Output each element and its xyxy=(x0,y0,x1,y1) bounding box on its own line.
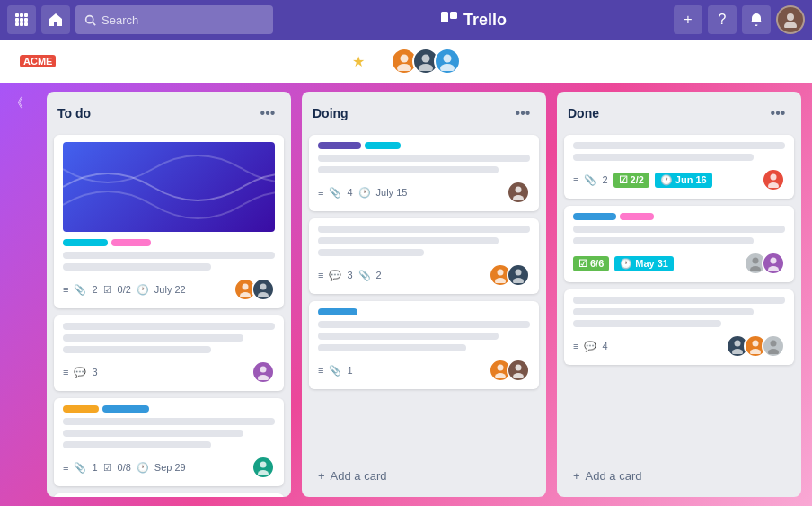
card-text-line xyxy=(63,323,275,330)
card-footer: ≡ 📎 1 ☑ 0/8 🕐 Sep 29 xyxy=(63,456,275,479)
notifications-button[interactable] xyxy=(742,5,771,34)
apps-button[interactable] xyxy=(7,5,36,34)
list-todo-header: To do ••• xyxy=(47,92,291,131)
card-avatars xyxy=(234,278,275,301)
comment-icon: 💬 xyxy=(74,367,86,378)
svg-point-47 xyxy=(771,258,777,264)
attach-icon: 📎 xyxy=(329,365,341,377)
add-card-done-button[interactable]: + Add a card xyxy=(564,462,794,490)
card-doing-1[interactable]: ≡ 📎 4 🕐 July 15 xyxy=(309,135,539,211)
card-tags xyxy=(573,213,785,220)
menu-icon: ≡ xyxy=(318,365,323,376)
svg-point-34 xyxy=(513,195,524,200)
tag xyxy=(318,142,361,149)
svg-rect-3 xyxy=(15,18,19,22)
members-count-badge[interactable]: +12 xyxy=(470,51,502,71)
comment-count: 3 xyxy=(92,367,97,377)
home-button[interactable] xyxy=(41,5,70,34)
card-avatar xyxy=(762,252,785,275)
menu-icon: ≡ xyxy=(573,341,578,351)
card-avatars xyxy=(507,181,530,204)
card-done-1[interactable]: ≡ 📎 2 ☑ 2/2 🕐 Jun 16 xyxy=(564,135,794,199)
card-avatars xyxy=(744,252,785,275)
card-text-line xyxy=(63,346,211,353)
tag xyxy=(620,213,654,220)
svg-point-24 xyxy=(440,64,455,71)
card-footer: ≡ 💬 4 xyxy=(573,334,785,358)
menu-icon: ≡ xyxy=(63,462,68,473)
svg-point-13 xyxy=(787,13,794,21)
add-button[interactable]: + xyxy=(674,5,702,34)
card-avatars xyxy=(762,168,785,191)
svg-point-42 xyxy=(513,373,524,378)
top-nav: Search Trello + ? xyxy=(0,0,812,40)
card-doing-3[interactable]: ≡ 📎 1 xyxy=(309,301,539,389)
card-text-line xyxy=(573,320,721,327)
card-todo-1[interactable]: ≡ 📎 2 ☑ 0/2 🕐 July 22 xyxy=(54,135,284,308)
clock-date: Sep 29 xyxy=(154,462,186,473)
card-text-line xyxy=(63,418,275,425)
svg-point-46 xyxy=(750,266,761,271)
card-done-3[interactable]: ≡ 💬 4 xyxy=(564,289,794,365)
card-todo-2[interactable]: ≡ 💬 3 xyxy=(54,315,284,391)
member-avatar-3[interactable] xyxy=(434,48,461,75)
comment-icon: 💬 xyxy=(329,270,341,281)
svg-point-52 xyxy=(750,349,761,354)
sidebar-toggle[interactable]: 《 xyxy=(11,92,36,497)
board-more-button[interactable]: ••• xyxy=(768,48,801,75)
card-text-line xyxy=(63,334,243,342)
card-avatar xyxy=(762,168,785,191)
search-bar[interactable]: Search xyxy=(75,5,273,34)
attach-count: 1 xyxy=(92,462,97,473)
user-avatar[interactable] xyxy=(776,5,805,34)
card-text-line xyxy=(318,249,424,256)
card-todo-3[interactable]: ≡ 📎 1 ☑ 0/8 🕐 Sep 29 xyxy=(54,398,284,486)
card-done-2[interactable]: ☑ 6/6 🕐 May 31 xyxy=(564,206,794,282)
menu-icon: ≡ xyxy=(318,270,323,280)
add-card-doing-button[interactable]: + Add a card xyxy=(309,462,539,490)
card-doing-2[interactable]: ≡ 💬 3 📎 2 xyxy=(309,218,539,294)
card-text-line xyxy=(318,226,530,233)
card-todo-4[interactable] xyxy=(54,493,284,497)
svg-point-32 xyxy=(258,470,269,475)
svg-point-26 xyxy=(240,292,251,297)
list-todo: To do ••• ≡ 📎 2 ☑ 0/2 xyxy=(47,92,291,497)
svg-rect-2 xyxy=(24,13,28,17)
list-todo-cards: ≡ 📎 2 ☑ 0/2 🕐 July 22 xyxy=(47,131,291,497)
card-tags xyxy=(318,308,530,315)
svg-point-48 xyxy=(768,266,779,271)
check-icon: ☑ xyxy=(103,462,112,474)
tag xyxy=(102,405,149,413)
card-avatars xyxy=(489,263,530,287)
list-done-more[interactable]: ••• xyxy=(765,101,790,126)
list-todo-more[interactable]: ••• xyxy=(255,101,280,126)
card-text-line xyxy=(318,166,499,173)
svg-point-14 xyxy=(784,22,797,28)
svg-rect-17 xyxy=(147,62,153,67)
help-button[interactable]: ? xyxy=(708,5,737,34)
attach-icon: 📎 xyxy=(74,284,86,296)
list-doing-more[interactable]: ••• xyxy=(510,101,535,126)
nav-right: + ? xyxy=(674,5,805,34)
svg-point-54 xyxy=(768,349,779,354)
svg-rect-4 xyxy=(20,18,23,22)
svg-point-23 xyxy=(443,55,451,63)
workspace-chip[interactable]: ACME Acme, Inc. ▾ xyxy=(11,51,133,72)
board-view-toggle[interactable]: ▾ xyxy=(142,47,171,75)
svg-point-27 xyxy=(260,284,267,290)
svg-rect-1 xyxy=(20,13,23,17)
star-button[interactable]: ★ xyxy=(352,53,365,70)
card-footer: ≡ 📎 2 ☑ 0/2 🕐 July 22 xyxy=(63,278,275,301)
attach-icon: 📎 xyxy=(329,187,341,199)
invite-button[interactable]: Invite xyxy=(511,49,560,74)
card-text-line xyxy=(318,333,499,340)
card-tags xyxy=(63,405,275,413)
card-text-line xyxy=(63,252,275,259)
svg-point-20 xyxy=(397,64,411,71)
menu-icon: ≡ xyxy=(573,174,578,185)
attach-icon: 📎 xyxy=(358,270,371,281)
card-avatars xyxy=(726,334,785,358)
svg-rect-7 xyxy=(20,22,23,26)
svg-point-33 xyxy=(516,187,522,193)
attach-count: 2 xyxy=(602,174,607,185)
